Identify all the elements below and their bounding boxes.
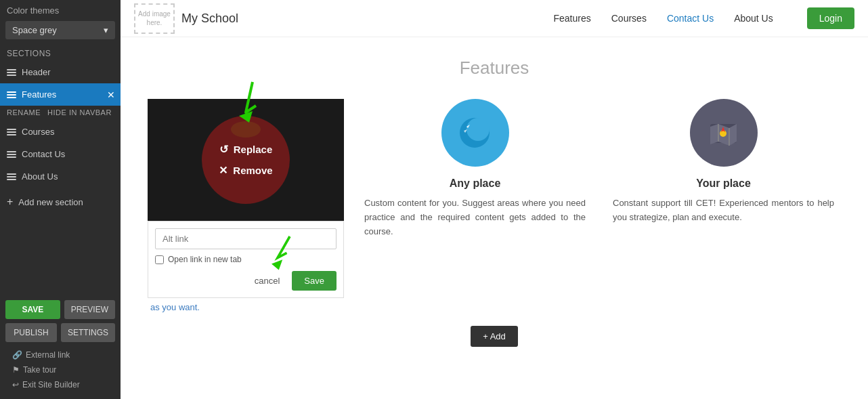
- feature-card-your-place: Your place Constant support till CET! Ex…: [606, 99, 841, 225]
- chevron-down-icon: ▾: [104, 25, 108, 35]
- new-tab-checkbox-row: Open link in new tab: [155, 255, 337, 264]
- site-title: My School: [181, 12, 238, 26]
- caption-text: as you want.: [148, 298, 344, 312]
- nav-link-features[interactable]: Features: [554, 13, 591, 24]
- svg-point-8: [720, 130, 726, 137]
- external-link-item[interactable]: 🔗 External link: [8, 349, 112, 361]
- exit-icon: ↩: [12, 380, 19, 390]
- drag-icon: [7, 91, 16, 98]
- image-form: Open link in new tab cancel Save: [148, 221, 344, 298]
- sections-label: Sections: [0, 45, 121, 61]
- replace-button[interactable]: ↺ Replace: [219, 143, 273, 156]
- publish-button[interactable]: PUBLISH: [5, 323, 57, 342]
- drag-icon: [7, 173, 16, 180]
- nav-link-courses[interactable]: Courses: [611, 13, 647, 24]
- save-preview-row: SAVE PREVIEW: [5, 300, 115, 319]
- globe-icon: [229, 119, 263, 140]
- take-tour-item[interactable]: ⚑ Take tour: [8, 364, 112, 376]
- add-button[interactable]: + Add: [471, 326, 518, 347]
- map-icon: [705, 114, 742, 152]
- remove-button[interactable]: ✕ Remove: [219, 164, 272, 177]
- main-content: Add image here. My School Features Cours…: [121, 0, 868, 399]
- logo-area: Add image here. My School: [134, 3, 238, 34]
- close-icon[interactable]: ✕: [107, 89, 115, 100]
- login-button[interactable]: Login: [807, 7, 854, 29]
- page-body: Features: [121, 37, 868, 399]
- green-arrow-top: [232, 79, 266, 123]
- drag-icon: [7, 69, 16, 76]
- features-heading: Features: [148, 58, 841, 79]
- svg-marker-2: [272, 259, 282, 270]
- your-place-icon-circle: [690, 99, 758, 167]
- sidebar-item-contact-us[interactable]: Contact Us: [0, 143, 121, 165]
- color-themes-label: Color themes: [0, 0, 121, 18]
- image-dark-area[interactable]: ↺ Replace ✕ Remove: [148, 99, 344, 221]
- sidebar-links: 🔗 External link ⚑ Take tour ↩ Exit Site …: [5, 346, 115, 392]
- svg-point-1: [231, 121, 261, 138]
- nav-link-about-us[interactable]: About Us: [734, 13, 773, 24]
- moon-icon: [456, 114, 494, 152]
- alt-link-input[interactable]: [155, 228, 337, 249]
- image-overlay-circle: ↺ Replace ✕ Remove: [202, 116, 290, 204]
- any-place-icon-circle: [441, 99, 509, 167]
- feature-title-your-place: Your place: [696, 177, 751, 190]
- remove-icon: ✕: [219, 164, 227, 177]
- add-section-btn[interactable]: + Add new section: [0, 189, 121, 215]
- svg-point-4: [466, 118, 490, 141]
- features-grid: ↺ Replace ✕ Remove: [148, 99, 841, 312]
- theme-dropdown[interactable]: Space grey ▾: [5, 21, 115, 39]
- section-subitems: RENAME HIDE IN NAVBAR: [0, 106, 121, 121]
- nav-link-contact-us[interactable]: Contact Us: [667, 13, 714, 24]
- exit-site-builder-item[interactable]: ↩ Exit Site Builder: [8, 379, 112, 391]
- rename-btn[interactable]: RENAME: [7, 108, 41, 117]
- replace-icon: ↺: [219, 143, 228, 156]
- sidebar-footer: SAVE PREVIEW PUBLISH SETTINGS 🔗 External…: [0, 293, 121, 399]
- new-tab-label[interactable]: Open link in new tab: [168, 255, 242, 264]
- feature-desc-your-place: Constant support till CET! Experienced m…: [613, 196, 834, 225]
- features-section: Features: [121, 37, 868, 374]
- cancel-button[interactable]: cancel: [248, 272, 287, 290]
- drag-icon: [7, 151, 16, 158]
- logo-image-placeholder[interactable]: Add image here.: [134, 3, 175, 34]
- feature-desc-any-place: Custom content for you. Suggest areas wh…: [364, 196, 586, 238]
- sidebar-item-features[interactable]: Features ✕: [0, 83, 121, 106]
- nav-links: Features Courses Contact Us About Us Log…: [554, 7, 855, 29]
- feature-card-any-place: Any place Custom content for you. Sugges…: [357, 99, 592, 238]
- sidebar-item-header[interactable]: Header: [0, 61, 121, 83]
- link-icon: 🔗: [12, 350, 22, 360]
- plus-icon: +: [7, 196, 13, 208]
- green-arrow-bottom: [265, 233, 296, 270]
- preview-button[interactable]: PREVIEW: [64, 300, 115, 319]
- settings-button[interactable]: SETTINGS: [61, 323, 115, 342]
- sidebar-item-about-us[interactable]: About Us: [0, 165, 121, 188]
- add-btn-container: + Add: [148, 326, 841, 347]
- drag-icon: [7, 129, 16, 135]
- hide-in-navbar-btn[interactable]: HIDE IN NAVBAR: [47, 108, 112, 117]
- flag-icon: ⚑: [12, 365, 20, 375]
- form-save-button[interactable]: Save: [292, 271, 337, 291]
- image-edit-card: ↺ Replace ✕ Remove: [148, 99, 344, 312]
- sidebar-item-courses[interactable]: Courses: [0, 121, 121, 143]
- feature-title-any-place: Any place: [450, 177, 501, 190]
- new-tab-checkbox[interactable]: [155, 255, 164, 264]
- save-button[interactable]: SAVE: [5, 300, 60, 319]
- publish-settings-row: PUBLISH SETTINGS: [5, 323, 115, 342]
- sidebar: Color themes Space grey ▾ Sections Heade…: [0, 0, 121, 399]
- top-nav: Add image here. My School Features Cours…: [121, 0, 868, 37]
